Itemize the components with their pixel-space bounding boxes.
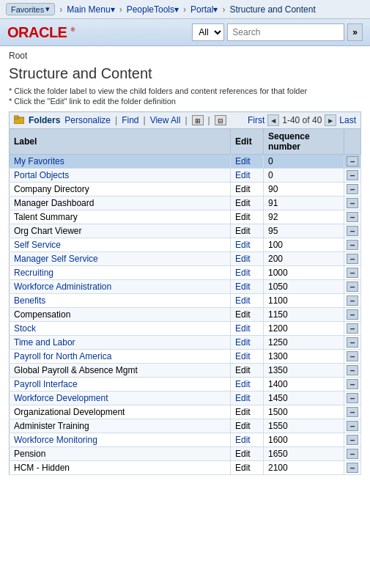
last-label[interactable]: Last (339, 115, 356, 125)
edit-link[interactable]: Edit (235, 254, 251, 264)
cell-edit: Edit (231, 183, 264, 196)
edit-link[interactable]: Edit (235, 323, 251, 334)
remove-row-button[interactable]: – (347, 295, 358, 306)
remove-row-button[interactable]: – (347, 282, 358, 292)
remove-row-button[interactable]: – (347, 170, 358, 180)
cell-label: Recruiting (10, 266, 231, 280)
remove-row-button[interactable]: – (347, 365, 358, 375)
main-menu-link[interactable]: Main Menu▾ (67, 4, 114, 15)
search-scope-select[interactable]: All (192, 23, 224, 41)
remove-row-button[interactable]: – (347, 254, 358, 264)
personalize-link[interactable]: Personalize (64, 115, 111, 125)
remove-row-button[interactable]: – (347, 337, 358, 348)
remove-row-button[interactable]: – (347, 240, 358, 250)
folder-icon-toolbar (14, 115, 24, 126)
table-row: Manager Self ServiceEdit200– (10, 252, 361, 266)
cell-edit: Edit (231, 308, 264, 322)
folder-label-link[interactable]: Manager Self Service (14, 254, 98, 264)
edit-link[interactable]: Edit (235, 240, 251, 250)
oracle-text: ORACLE (7, 24, 67, 40)
folder-label-link[interactable]: Payroll Interface (14, 379, 78, 389)
edit-link[interactable]: Edit (235, 379, 251, 389)
remove-row-button[interactable]: – (347, 309, 358, 320)
cell-edit: Edit (231, 280, 264, 294)
remove-row-button[interactable]: – (347, 407, 358, 417)
folder-label-link[interactable]: Recruiting (14, 268, 53, 278)
favorites-label: Favorites (11, 5, 44, 14)
page-content: Structure and Content * Click the folder… (0, 62, 370, 484)
cell-edit: Edit (231, 224, 264, 238)
folder-label-link[interactable]: Payroll for North America (14, 351, 111, 361)
cell-seq: 1050 (264, 280, 344, 294)
portal-link[interactable]: Portal▾ (190, 4, 218, 15)
remove-row-button[interactable]: – (347, 449, 358, 459)
remove-row-button[interactable]: – (347, 421, 358, 431)
edit-link[interactable]: Edit (235, 337, 251, 348)
remove-row-button[interactable]: – (347, 323, 358, 334)
remove-row-button[interactable]: – (347, 435, 358, 445)
cell-label: Org Chart Viewer (10, 224, 231, 238)
cell-seq: 1550 (264, 419, 344, 433)
favorites-btn[interactable]: Favorites ▾ (6, 3, 55, 15)
cell-minus: – (344, 419, 361, 433)
folder-label-link[interactable]: Workforce Development (14, 393, 108, 403)
next-page-btn[interactable]: ► (325, 114, 336, 126)
remove-row-button[interactable]: – (347, 226, 358, 236)
cell-minus: – (344, 378, 361, 392)
remove-row-button[interactable]: – (347, 463, 358, 473)
edit-link[interactable]: Edit (235, 351, 251, 361)
edit-link[interactable]: Edit (235, 435, 251, 445)
oracle-header: ORACLE ® All » (0, 19, 370, 46)
first-label[interactable]: First (248, 115, 264, 125)
cell-label: Manager Self Service (10, 252, 231, 266)
folder-label-link[interactable]: Time and Labor (14, 337, 75, 348)
grid-icon[interactable]: ⊞ (192, 115, 204, 125)
current-page-label: Structure and Content (229, 4, 315, 15)
table-icon[interactable]: ⊟ (215, 115, 226, 125)
col-edit: Edit (231, 129, 264, 155)
remove-row-button[interactable]: – (347, 212, 358, 222)
cell-seq: 92 (264, 210, 344, 224)
remove-row-button[interactable]: – (347, 268, 358, 278)
remove-row-button[interactable]: – (347, 379, 358, 389)
cell-minus: – (344, 238, 361, 252)
edit-link[interactable]: Edit (235, 282, 251, 292)
prev-page-btn[interactable]: ◄ (267, 114, 279, 126)
search-input[interactable] (227, 23, 344, 41)
folder-label-link[interactable]: My Favorites (14, 156, 64, 166)
remove-row-button[interactable]: – (347, 198, 358, 208)
view-all-link[interactable]: View All (150, 115, 181, 125)
edit-link[interactable]: Edit (235, 393, 251, 403)
find-link[interactable]: Find (122, 115, 138, 125)
cell-label: My Favorites (10, 155, 231, 169)
search-go-button[interactable]: » (347, 23, 363, 41)
folder-label-link[interactable]: Benefits (14, 295, 45, 306)
peopletools-link[interactable]: PeopleTools▾ (127, 4, 179, 15)
cell-label: Workforce Monitoring (10, 433, 231, 447)
cell-seq: 1300 (264, 350, 344, 364)
cell-minus: – (344, 322, 361, 336)
edit-link[interactable]: Edit (235, 268, 251, 278)
cell-label: Talent Summary (10, 210, 231, 224)
folder-label-link[interactable]: Stock (14, 323, 36, 334)
cell-edit: Edit (231, 405, 264, 419)
edit-link[interactable]: Edit (235, 170, 251, 180)
remove-row-button[interactable]: – (347, 351, 358, 361)
folder-label-link[interactable]: Portal Objects (14, 170, 69, 180)
instruction-1: * Click the folder label to view the chi… (9, 87, 361, 95)
edit-link[interactable]: Edit (235, 156, 251, 166)
folder-label-link[interactable]: Workforce Administration (14, 282, 111, 292)
cell-seq: 1150 (264, 308, 344, 322)
edit-link[interactable]: Edit (235, 295, 251, 306)
folder-label-link[interactable]: Self Service (14, 240, 61, 250)
cell-label: Self Service (10, 238, 231, 252)
cell-seq: 95 (264, 224, 344, 238)
remove-row-button[interactable]: – (347, 393, 358, 403)
table-row: BenefitsEdit1100– (10, 294, 361, 308)
table-row: CompensationEdit1150– (10, 308, 361, 322)
cell-label: Organizational Development (10, 405, 231, 419)
folder-label-link[interactable]: Workforce Monitoring (14, 435, 97, 445)
remove-row-button[interactable]: – (347, 184, 358, 194)
table-row: Self ServiceEdit100– (10, 238, 361, 252)
remove-row-button[interactable]: – (347, 156, 358, 166)
